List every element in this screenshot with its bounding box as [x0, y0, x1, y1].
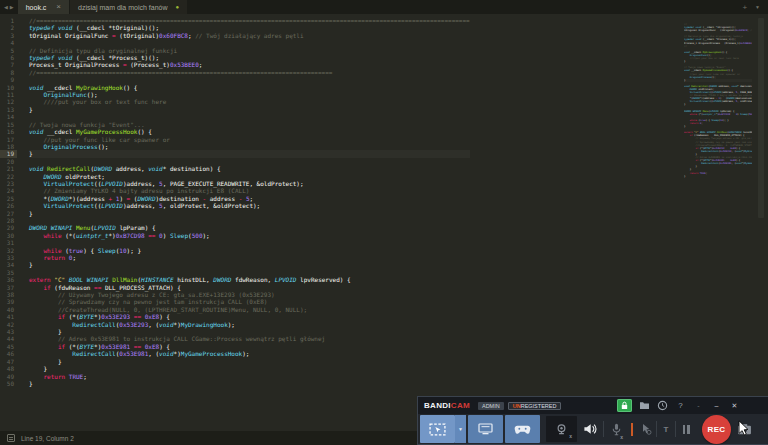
code-line[interactable]: tOriginal OriginalFunc = (tOriginal)0x60… [29, 32, 470, 39]
code-line[interactable]: // Używamy Twojego adresu z CE: gta_sa.E… [29, 291, 470, 298]
tab-dzisiaj[interactable]: dzisiaj mam dla moich fanów ● [70, 0, 187, 14]
line-number: 17 [0, 136, 17, 143]
code-line[interactable]: DWORD WINAPI Menu(LPVOID lpParam) { [29, 224, 470, 231]
line-number: 34 [0, 261, 17, 268]
output-folder-button[interactable] [639, 400, 650, 411]
line-number: 40 [0, 306, 17, 313]
webcam-toggle-button[interactable]: x [546, 416, 577, 442]
code-editor[interactable]: 1234567891011121314151617181920212223242… [0, 14, 768, 431]
code-line[interactable]: VirtualProtect((LPVOID)address, 5, oldPr… [29, 202, 470, 209]
game-mode-button[interactable] [505, 415, 540, 443]
code-line[interactable] [29, 217, 470, 224]
tab-bar: ◀ ▶ hook.c × dzisiaj mam dla moich fanów… [0, 0, 768, 14]
line-number: 44 [0, 335, 17, 342]
code-line[interactable]: typedef void (__cdecl *Process_t)(); [29, 54, 470, 61]
tab-close-icon[interactable]: × [56, 3, 61, 11]
pin-button[interactable]: - [693, 400, 704, 411]
minimize-button[interactable]: – [711, 400, 722, 411]
line-number: 35 [0, 269, 17, 276]
code-line[interactable]: // Adres 0x53E981 to instrukcja CALL CGa… [29, 335, 470, 342]
minimap[interactable]: //======================================… [684, 23, 752, 193]
line-number: 2 [0, 24, 17, 31]
mouse-effects-button[interactable] [636, 415, 656, 443]
timer-button[interactable] [657, 400, 668, 411]
code-line[interactable] [29, 239, 470, 246]
code-line[interactable]: } [29, 150, 470, 157]
bandicam-titlebar[interactable]: BANDICAM ADMIN UNREGISTERED ? - – ✕ [418, 397, 768, 414]
mode-dropdown-button[interactable]: ▼ [455, 415, 466, 443]
lock-button[interactable] [617, 399, 632, 412]
code-line: tOriginal OriginalFunc = (tOriginal)0x60… [684, 29, 752, 32]
pause-button[interactable] [676, 415, 696, 443]
code-line[interactable]: // Twoja nowa funkcja "Event"... [29, 121, 470, 128]
tab-list-icon[interactable]: ▼ [755, 4, 760, 10]
code-line[interactable]: // Sprawdzamy czy na pewno jest tam inst… [29, 298, 470, 305]
tab-scroll-left-icon[interactable]: ◀ [4, 4, 8, 10]
code-line[interactable]: while (*(uintptr_t*)0xB7CD98 == 0) Sleep… [29, 232, 470, 239]
code-line[interactable]: Process_t OriginalProcess = (Process_t)0… [29, 61, 470, 68]
code-line[interactable] [29, 76, 470, 83]
code-line[interactable]: } [29, 358, 470, 365]
code-line[interactable]: OriginalFunc(); [29, 91, 470, 98]
line-number: 1 [0, 17, 17, 24]
close-button[interactable]: ✕ [729, 400, 740, 411]
code-line[interactable]: *(DWORD*)(address + 1) = (DWORD)destinat… [29, 195, 470, 202]
line-number: 14 [0, 113, 17, 120]
screen-region-mode-button[interactable] [420, 415, 455, 443]
code-line[interactable]: extern "C" BOOL WINAPI DllMain(HINSTANCE… [29, 276, 470, 283]
line-number: 8 [0, 69, 17, 76]
lock-icon [620, 401, 629, 410]
code-line[interactable]: if (*(BYTE*)0x53E981 == 0xE8) { [29, 343, 470, 350]
code-line[interactable]: ////put your box or text func here [29, 98, 470, 105]
code-line[interactable]: void RedirectCall(DWORD address, void* d… [29, 165, 470, 172]
code-line[interactable]: RedirectCall(0x53E981, (void*)MyGameProc… [29, 350, 470, 357]
help-button[interactable]: ? [675, 400, 686, 411]
speaker-toggle-button[interactable] [577, 415, 603, 443]
code-line[interactable]: //======================================… [29, 69, 470, 76]
code-line[interactable]: void __cdecl MyGameProcessHook() { [29, 128, 470, 135]
code-line[interactable]: } [29, 210, 470, 217]
code-line[interactable]: OriginalProcess(); [29, 143, 470, 150]
code-line[interactable]: return TRUE; [29, 373, 470, 380]
bandicam-logo: BANDICAM [424, 401, 470, 410]
code-lines[interactable]: //======================================… [29, 17, 470, 387]
code-line[interactable]: // Definicja typu dla oryginalnej funkcj… [29, 47, 470, 54]
code-line[interactable]: void __cdecl MyDrawingHook() { [29, 84, 470, 91]
code-line[interactable]: while (true) { Sleep(10); } [29, 247, 470, 254]
record-button[interactable]: REC [702, 415, 731, 444]
tab-scroll-right-icon[interactable]: ▶ [10, 4, 14, 10]
line-number: 36 [0, 276, 17, 283]
code-line[interactable]: RedirectCall(0x53E293, (void*)MyDrawingH… [29, 321, 470, 328]
scrollbar-thumb[interactable] [758, 18, 764, 218]
fullscreen-mode-button[interactable] [468, 415, 503, 443]
code-line[interactable]: if (fdwReason == DLL_PROCESS_ATTACH) { [29, 284, 470, 291]
code-line[interactable]: typedef void (__cdecl *tOriginal)(); [29, 24, 470, 31]
code-line[interactable]: } [29, 365, 470, 372]
code-line[interactable] [29, 39, 470, 46]
line-number: 30 [0, 232, 17, 239]
code-line[interactable]: VirtualProtect((LPVOID)address, 5, PAGE_… [29, 180, 470, 187]
line-number: 31 [0, 239, 17, 246]
code-line[interactable]: return 0; [29, 254, 470, 261]
code-line[interactable]: DWORD oldProtect; [29, 173, 470, 180]
code-line[interactable]: //CreateThread(NULL, 0, (LPTHREAD_START_… [29, 306, 470, 313]
code-line[interactable]: } [29, 261, 470, 268]
code-line[interactable]: } [29, 380, 470, 387]
text-overlay-button[interactable]: T [657, 415, 675, 443]
line-number: 11 [0, 91, 17, 98]
code-line[interactable]: //put your func like car spawner or [29, 136, 470, 143]
code-line[interactable]: //======================================… [29, 17, 470, 24]
microphone-toggle-button[interactable]: x [604, 415, 628, 443]
tab-scroll-buttons[interactable]: ◀ ▶ [0, 0, 18, 14]
code-line[interactable]: // Zmieniamy TYLKO 4 bajty adresu po ins… [29, 187, 470, 194]
code-line[interactable]: if (*(BYTE*)0x53E293 == 0xE8) { [29, 313, 470, 320]
code-line[interactable] [29, 269, 470, 276]
code-line: while (*(uintptr_t*)0xB7CD98 == 0) Sleep… [684, 113, 752, 116]
code-line[interactable]: } [29, 328, 470, 335]
tab-hook-c[interactable]: hook.c × [18, 0, 69, 14]
new-tab-icon[interactable]: + [742, 3, 747, 12]
code-line[interactable] [29, 158, 470, 165]
code-line[interactable]: } [29, 106, 470, 113]
gamepad-icon [514, 424, 531, 435]
code-line[interactable] [29, 113, 470, 120]
